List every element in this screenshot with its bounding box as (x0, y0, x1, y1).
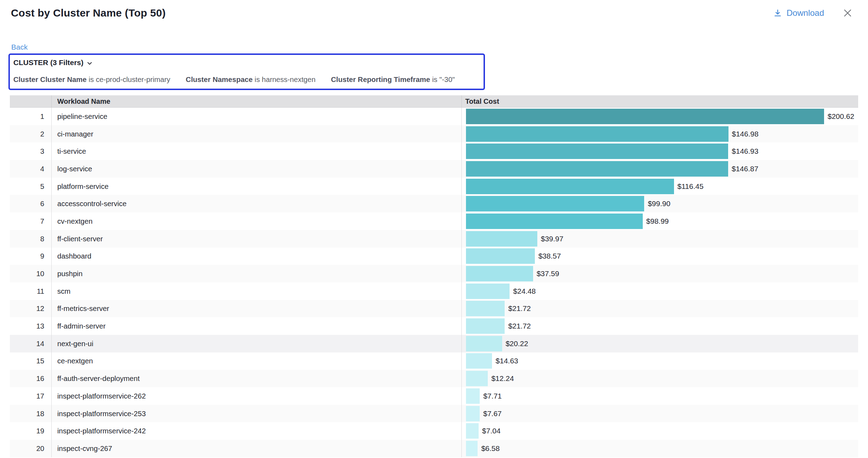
table-row[interactable]: 11scm$24.48 (10, 282, 858, 300)
back-link[interactable]: Back (11, 43, 28, 51)
filter-value: "-30" (439, 75, 455, 83)
workload-name: inspect-platformservice-253 (51, 405, 461, 422)
cost-cell: $12.24 (461, 370, 858, 387)
table-row[interactable]: 3ti-service$146.93 (10, 142, 858, 160)
cost-bar[interactable] (466, 423, 479, 439)
table-row[interactable]: 7cv-nextgen$98.99 (10, 212, 858, 230)
cost-value: $21.72 (508, 322, 531, 330)
cost-bar[interactable] (466, 266, 533, 281)
row-rank: 8 (10, 230, 51, 248)
cost-value: $14.63 (495, 357, 518, 365)
cost-cell: $39.97 (461, 230, 858, 248)
cost-cell: $6.58 (461, 440, 858, 457)
table-row[interactable]: 17inspect-platformservice-262$7.71 (10, 387, 858, 405)
table-row[interactable]: 1pipeline-service$200.62 (10, 108, 858, 125)
cost-value: $116.45 (678, 182, 704, 191)
workload-name: next-gen-ui (51, 335, 461, 352)
cost-value: $12.24 (491, 374, 514, 383)
table-row[interactable]: 20inspect-cvng-267$6.58 (10, 440, 858, 457)
table-row[interactable]: 6accesscontrol-service$99.90 (10, 195, 858, 212)
row-rank: 11 (10, 282, 51, 300)
filter-operator: is (253, 75, 262, 83)
row-rank: 17 (10, 387, 51, 405)
table-row[interactable]: 16ff-auth-server-deployment$12.24 (10, 370, 858, 387)
download-icon (773, 8, 782, 18)
cost-value: $200.62 (828, 112, 854, 121)
table-row[interactable]: 8ff-client-server$39.97 (10, 230, 858, 248)
table-row[interactable]: 15ce-nextgen$14.63 (10, 352, 858, 370)
row-rank: 18 (10, 405, 51, 422)
cost-cell: $7.04 (461, 422, 858, 440)
cost-bar[interactable] (466, 388, 480, 404)
table-row[interactable]: 5platform-service$116.45 (10, 178, 858, 195)
cost-value: $7.04 (482, 427, 501, 435)
column-header-total-cost-label: Total Cost (465, 97, 499, 106)
close-button[interactable] (842, 8, 853, 18)
cost-bar[interactable] (466, 248, 535, 264)
cluster-filters-toggle[interactable]: CLUSTER (3 Filters) (13, 58, 480, 67)
cost-bar[interactable] (466, 126, 728, 142)
cost-bar[interactable] (466, 353, 492, 369)
cost-cell: $99.90 (461, 195, 858, 212)
cost-bar[interactable] (466, 318, 505, 334)
cost-cell: $20.22 (461, 335, 858, 352)
cost-bar[interactable] (466, 144, 728, 159)
column-header-workload-name[interactable]: Workload Name (51, 95, 461, 107)
table-row[interactable]: 4log-service$146.87 (10, 160, 858, 178)
workload-name: log-service (51, 160, 461, 178)
cost-value: $6.58 (481, 444, 500, 453)
header-controls: Download (773, 8, 853, 18)
workload-name: inspect-platformservice-262 (51, 387, 461, 405)
row-rank: 15 (10, 352, 51, 370)
cost-value: $146.93 (732, 147, 758, 155)
cost-value: $7.67 (483, 409, 502, 418)
cost-value: $24.48 (513, 287, 536, 295)
row-rank: 12 (10, 300, 51, 318)
cost-bar[interactable] (466, 441, 478, 456)
table-row[interactable]: 19inspect-platformservice-242$7.04 (10, 422, 858, 440)
table-header-row: Workload Name Total Cost (10, 95, 858, 108)
row-rank: 14 (10, 335, 51, 352)
cost-value: $37.59 (537, 269, 559, 278)
row-rank: 10 (10, 265, 51, 282)
cost-bar[interactable] (466, 214, 643, 229)
workload-name: inspect-cvng-267 (51, 440, 461, 457)
cost-bar[interactable] (466, 161, 728, 177)
row-rank: 1 (10, 108, 51, 125)
cost-bar[interactable] (466, 179, 674, 194)
cost-bar[interactable] (466, 231, 537, 247)
table-row[interactable]: 2ci-manager$146.98 (10, 125, 858, 143)
download-label: Download (786, 8, 824, 18)
column-header-workload-name-label: Workload Name (57, 97, 110, 106)
table-row[interactable]: 10pushpin$37.59 (10, 265, 858, 282)
filter-field: Cluster Reporting Timeframe (331, 75, 430, 83)
cost-bar[interactable] (466, 109, 824, 124)
cost-bar[interactable] (466, 196, 644, 211)
table-row[interactable]: 12ff-metrics-server$21.72 (10, 300, 858, 318)
workload-name: ff-client-server (51, 230, 461, 248)
cost-cell: $7.71 (461, 387, 858, 405)
cost-bar[interactable] (466, 301, 505, 316)
filter-item-reporting-timeframe: Cluster Reporting Timeframe is "-30" (331, 75, 455, 84)
cost-bar[interactable] (466, 336, 502, 351)
workload-name: ci-manager (51, 125, 461, 143)
cost-cell: $21.72 (461, 317, 858, 335)
cost-bar[interactable] (466, 406, 480, 421)
workload-name: scm (51, 282, 461, 300)
column-header-total-cost[interactable]: Total Cost (461, 95, 858, 107)
table-row[interactable]: 14next-gen-ui$20.22 (10, 335, 858, 352)
download-button[interactable]: Download (773, 8, 824, 18)
table-row[interactable]: 9dashboard$38.57 (10, 248, 858, 265)
workload-name: pipeline-service (51, 108, 461, 125)
row-rank: 5 (10, 178, 51, 195)
cost-cell: $116.45 (461, 178, 858, 195)
cost-value: $7.71 (483, 392, 502, 400)
cost-cell: $38.57 (461, 248, 858, 265)
cost-bar[interactable] (466, 371, 488, 386)
filter-operator: is (86, 75, 96, 83)
table-row[interactable]: 18inspect-platformservice-253$7.67 (10, 405, 858, 422)
cost-bar[interactable] (466, 284, 510, 299)
filter-field: Cluster Namespace (186, 75, 253, 83)
cost-value: $146.87 (732, 165, 758, 173)
table-row[interactable]: 13ff-admin-server$21.72 (10, 317, 858, 335)
